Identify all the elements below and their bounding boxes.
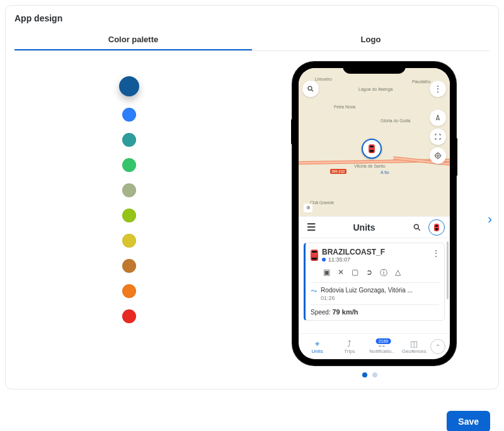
swatch-1[interactable] — [122, 108, 136, 122]
tab-logo[interactable]: Logo — [252, 30, 490, 50]
car-icon — [311, 250, 318, 261]
phone-notch — [343, 62, 406, 74]
map-label-cha: Chã Grande — [310, 200, 334, 205]
map-label-feira: Feira Nova — [334, 105, 355, 109]
carousel-dots — [362, 372, 377, 377]
unit-card-header: BRAZILCOAST_F 11:35:07 — [311, 248, 439, 263]
units-header: ☰ Units — [299, 216, 450, 238]
save-button[interactable]: Save — [447, 411, 490, 431]
carousel-next-icon[interactable]: › — [488, 212, 492, 226]
swatch-9[interactable] — [122, 309, 136, 323]
nav-geofences[interactable]: ◫ Geofences — [398, 340, 430, 354]
page-root: App design Color palette Logo — [0, 5, 504, 431]
map-locate-icon[interactable] — [430, 147, 446, 164]
swatch-4[interactable] — [122, 183, 136, 197]
road-tag: BR-232 — [330, 169, 346, 174]
card-icon-share[interactable]: ➲ — [366, 268, 372, 279]
swatch-7[interactable] — [122, 259, 136, 273]
map-orient-icon[interactable] — [430, 110, 446, 126]
card-icon-device[interactable]: ▣ — [323, 268, 330, 279]
swatch-8[interactable] — [122, 284, 136, 298]
tab-color-palette[interactable]: Color palette — [14, 30, 252, 50]
palette-column — [6, 51, 252, 384]
pin-icon: ⌖ — [301, 340, 333, 348]
map-label-limoeiro: Limoeiro — [315, 77, 332, 81]
svg-line-9 — [418, 228, 420, 230]
nav-trips[interactable]: ⤴ Trips — [333, 340, 365, 354]
card-body: Limoeiro Lagoa do Itaenga Feira Nova Gló… — [6, 51, 498, 384]
swatch-3[interactable] — [122, 158, 136, 172]
page-title: App design — [6, 6, 498, 30]
unit-route: ⤳ Rodovia Luiz Gonzaga, Vitória ... 01:2… — [311, 282, 439, 305]
tabs: Color palette Logo — [14, 30, 490, 51]
unit-card[interactable]: ⋮ BRAZILCOAST_F 11:35:07 ▣ ✕ — [304, 243, 445, 321]
geofence-icon: ◫ — [398, 340, 430, 348]
map-more-icon[interactable]: ⋮ — [430, 81, 446, 97]
car-icon — [434, 224, 439, 231]
svg-line-1 — [312, 90, 314, 92]
swatch-0[interactable] — [119, 76, 139, 96]
selected-unit-icon[interactable] — [428, 219, 445, 236]
map-label-vitoria: Vitória de Santo — [354, 164, 386, 168]
map-label-atio: A tio — [381, 170, 389, 175]
carousel-dot-0[interactable] — [362, 372, 367, 377]
trips-icon: ⤴ — [333, 340, 365, 348]
unit-action-icons: ▣ ✕ ▢ ➲ ⓘ △ — [323, 268, 439, 279]
car-icon — [369, 144, 375, 153]
svg-point-2 — [437, 155, 439, 157]
units-title: Units — [323, 222, 406, 233]
unit-more-icon[interactable]: ⋮ — [432, 248, 440, 258]
scroll-indicator — [447, 241, 449, 299]
unit-name: BRAZILCOAST_F — [322, 248, 385, 256]
swatch-5[interactable] — [122, 209, 136, 222]
nav-units[interactable]: ⌖ Units — [301, 340, 333, 354]
phone-screen: Limoeiro Lagoa do Itaenga Feira Nova Gló… — [299, 68, 450, 359]
route-icon: ⤳ — [311, 287, 317, 301]
search-icon[interactable] — [410, 220, 425, 235]
carousel-dot-1[interactable] — [372, 372, 377, 377]
swatch-6[interactable] — [122, 234, 136, 248]
svg-point-8 — [414, 224, 418, 229]
map-label-lagoa: Lagoa do Itaenga — [358, 87, 393, 91]
route-text: Rodovia Luiz Gonzaga, Vitória ... — [321, 287, 413, 294]
route-time: 01:26 — [321, 295, 335, 301]
map-center-icon[interactable] — [430, 129, 446, 145]
swatch-2[interactable] — [122, 133, 136, 147]
card-icon-nav[interactable]: △ — [395, 268, 401, 279]
map-label-paudalho: Paudalho — [412, 79, 431, 84]
map-search-icon[interactable] — [302, 81, 319, 97]
nav-notifications[interactable]: 2169 ☷ Notificatio.. — [366, 340, 398, 354]
card-icon-info[interactable]: ⓘ — [380, 268, 387, 279]
preview-column: Limoeiro Lagoa do Itaenga Feira Nova Gló… — [252, 51, 498, 384]
menu-icon[interactable]: ☰ — [304, 220, 319, 235]
map-area[interactable]: Limoeiro Lagoa do Itaenga Feira Nova Gló… — [299, 68, 450, 216]
card-icon-screen[interactable]: ▢ — [352, 268, 358, 279]
status-dot — [322, 258, 326, 261]
card-icon-route[interactable]: ✕ — [338, 268, 344, 279]
palette — [119, 76, 139, 384]
svg-point-0 — [308, 86, 312, 90]
vehicle-pin[interactable] — [362, 139, 382, 159]
phone-frame: Limoeiro Lagoa do Itaenga Feira Nova Gló… — [293, 62, 455, 365]
notifications-badge: 2169 — [376, 338, 391, 344]
app-design-card: App design Color palette Logo — [5, 5, 499, 389]
map-label-gloria: Glória do Goitá — [381, 118, 410, 123]
nav-expand-icon[interactable]: ⌃ — [430, 339, 445, 354]
unit-speed: Speed: 79 km/h — [311, 305, 439, 316]
scale-icon: ⊕ — [304, 204, 312, 212]
bottom-nav: ⌖ Units ⤴ Trips 2169 ☷ Notificatio.. — [299, 333, 450, 359]
svg-point-3 — [435, 153, 440, 158]
unit-time: 11:35:07 — [322, 256, 385, 263]
